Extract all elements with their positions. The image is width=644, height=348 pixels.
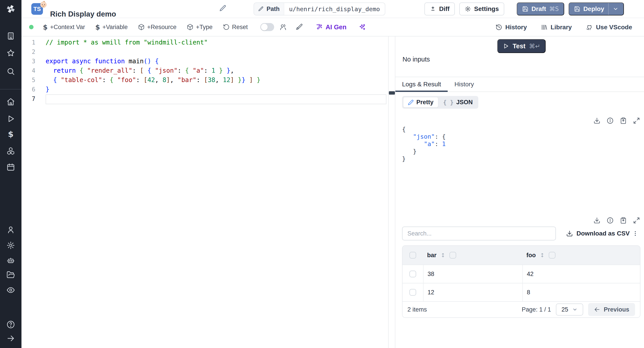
save-icon (522, 6, 528, 12)
deploy-button[interactable]: Deploy (569, 2, 624, 16)
copy-clipboard-icon[interactable] (620, 117, 627, 124)
path-widget[interactable]: Path u/henri/rich_display_demo (254, 2, 385, 16)
cell-bar: 38 (423, 265, 522, 283)
table-menu-kebab-icon[interactable] (632, 230, 639, 237)
line-number: 6 (22, 85, 35, 94)
cell-foo: 42 (522, 265, 640, 283)
result-json: { "json": { "a": 1 }} (402, 126, 640, 162)
ai-gen-button[interactable]: AI Gen (316, 24, 346, 31)
resources-boxes-icon[interactable] (6, 147, 15, 155)
sparkles-icon[interactable] (358, 23, 366, 31)
download-csv-button[interactable]: Download as CSV (566, 230, 630, 237)
download-icon[interactable] (594, 117, 600, 124)
github-icon (586, 24, 593, 31)
search-input[interactable] (402, 226, 556, 240)
column-header-foo[interactable]: foo (522, 252, 640, 259)
top-actions: Diff Settings Draft ⌘S Deploy (424, 2, 624, 16)
panel-resize-handle[interactable] (389, 91, 395, 94)
runs-play-icon[interactable] (6, 114, 15, 123)
topbar: TS Rich Display demo Path u/henri/rich_d… (22, 0, 644, 18)
help-icon[interactable] (6, 320, 15, 329)
tab-logs-result[interactable]: Logs & Result (395, 77, 448, 92)
expand-icon[interactable] (633, 217, 640, 224)
code-editor[interactable]: 1// import * as wmill from "windmill-cli… (22, 36, 389, 348)
info-icon[interactable] (607, 117, 614, 124)
copy-clipboard-icon[interactable] (620, 217, 627, 224)
result-json-line: "json": { (402, 133, 640, 140)
add-resource-button[interactable]: +Resource (138, 24, 176, 31)
windmill-logo-icon[interactable] (6, 4, 16, 14)
dollar-icon: $ (43, 23, 48, 31)
save-draft-button[interactable]: Draft ⌘S (517, 2, 564, 16)
users-person-icon[interactable] (6, 226, 15, 234)
sort-icon[interactable] (539, 252, 545, 258)
row-checkbox[interactable] (410, 289, 416, 296)
line-number: 1 (22, 38, 35, 47)
row-checkbox[interactable] (410, 270, 416, 277)
column-header-bar[interactable]: bar (423, 252, 522, 259)
sort-icon[interactable] (440, 252, 446, 258)
braces-icon: { } (443, 99, 454, 106)
page-title: Rich Display demo (50, 10, 116, 18)
use-vscode-button[interactable]: Use VScode (586, 24, 632, 31)
schedules-calendar-icon[interactable] (6, 163, 15, 171)
code-line[interactable]: 6} (22, 85, 388, 94)
settings-gear-icon[interactable] (6, 241, 15, 250)
variables-dollar-icon[interactable]: $ (6, 130, 15, 138)
home-icon[interactable] (6, 98, 15, 106)
column-toggle-checkbox[interactable] (450, 252, 456, 258)
history-button[interactable]: History (496, 24, 527, 31)
page-size-select[interactable]: 25 (556, 304, 583, 316)
settings-button[interactable]: Settings (459, 2, 504, 16)
audit-eye-icon[interactable] (6, 286, 15, 294)
select-all-checkbox[interactable] (410, 252, 416, 258)
path-label-section: Path (254, 3, 284, 15)
code-line[interactable]: 1// import * as wmill from "windmill-cli… (22, 38, 388, 47)
download-icon[interactable] (594, 217, 600, 224)
collaborators-users-icon[interactable] (280, 24, 287, 31)
add-variable-button[interactable]: $+Variable (95, 23, 128, 31)
search-icon[interactable] (6, 67, 15, 76)
script-path[interactable]: u/henri/rich_display_demo (284, 3, 385, 15)
table-body: 3842128 (402, 264, 640, 301)
result-actions (402, 117, 640, 124)
library-icon (541, 24, 548, 31)
code-line[interactable]: 3export async function main() { (22, 56, 388, 66)
sidebar: $ (0, 0, 22, 348)
table-toolbar: Download as CSV (402, 226, 640, 240)
edit-summary-pencil-icon[interactable] (219, 4, 227, 12)
diff-button[interactable]: Diff (424, 2, 455, 16)
wand-icon (316, 24, 323, 31)
add-type-button[interactable]: +Type (187, 24, 212, 31)
result-tabs: Logs & Result History (395, 77, 644, 92)
deploy-dropdown-chevron-icon[interactable] (608, 3, 618, 15)
tab-history[interactable]: History (448, 77, 480, 92)
diff-mode-toggle[interactable] (260, 23, 274, 31)
reset-button[interactable]: Reset (223, 24, 248, 31)
library-button[interactable]: Library (541, 24, 572, 31)
code-line[interactable]: 4 return { "render_all": [ { "json": { "… (22, 66, 388, 75)
result-json-line: { (402, 126, 640, 133)
format-brush-icon[interactable] (296, 24, 303, 31)
info-icon[interactable] (607, 217, 614, 224)
column-toggle-checkbox[interactable] (549, 252, 556, 258)
test-button[interactable]: Test ⌘↵ (497, 39, 546, 53)
pretty-view-button[interactable]: Pretty (403, 97, 438, 108)
table-footer: 2 items Page: 1 / 1 25 Previous (402, 301, 640, 317)
code-lines: 1// import * as wmill from "windmill-cli… (22, 38, 388, 104)
workers-bot-icon[interactable] (6, 256, 15, 265)
previous-page-button[interactable]: Previous (588, 303, 635, 316)
json-view-button[interactable]: { } JSON (439, 97, 478, 107)
result-spacer (402, 162, 640, 217)
add-context-var-button[interactable]: $+Context Var (43, 23, 85, 31)
code-line[interactable]: 5 { "table-col": { "foo": [42, 8], "bar"… (22, 75, 388, 85)
folders-icon[interactable] (6, 270, 15, 279)
code-line[interactable]: 2 (22, 47, 388, 56)
sync-status-dot (29, 25, 34, 29)
workspace-building-icon[interactable] (6, 32, 15, 40)
favorites-star-icon[interactable] (6, 49, 15, 57)
result-table: bar foo 3842128 2 items Page: 1 / 1 (402, 245, 640, 318)
run-header: No inputs Test ⌘↵ (395, 36, 644, 77)
collapse-arrow-right-icon[interactable] (6, 334, 15, 343)
expand-icon[interactable] (633, 117, 640, 124)
